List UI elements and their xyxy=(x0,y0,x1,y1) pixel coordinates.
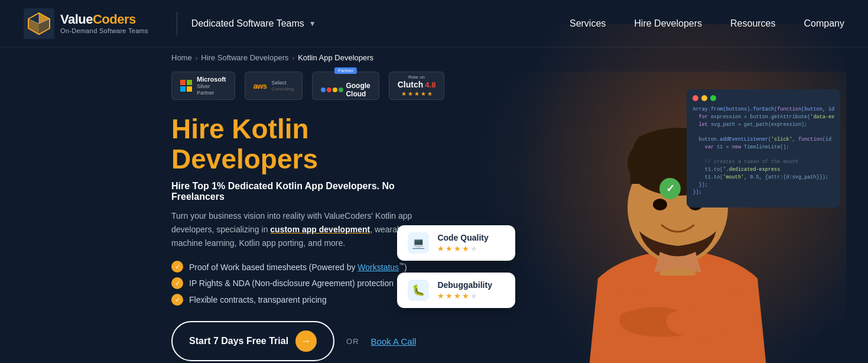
code-line-10: t1.to('mouth', 0.5, {attr:{d:svg_path}})… xyxy=(693,174,834,182)
ms-sq-yellow xyxy=(187,86,192,92)
cq-star-3: ★ xyxy=(454,244,461,253)
desc-highlight: custom app development xyxy=(270,225,370,234)
check-icon-1: ✓ xyxy=(171,261,183,273)
logo-subtitle: On-Demand Software Teams xyxy=(60,27,148,35)
code-editor: Array.from(buttons).forEach(function(but… xyxy=(687,89,840,208)
dot-red xyxy=(693,95,698,101)
db-star-1: ★ xyxy=(437,291,444,300)
logo-coders: Coders xyxy=(93,12,136,27)
nav-left: ValueCoders On-Demand Software Teams Ded… xyxy=(24,8,316,39)
code-quality-content: Code Quality ★ ★ ★ ★ ★ xyxy=(437,233,488,253)
microsoft-text: Microsoft Silver Partner xyxy=(197,76,226,96)
bullet-3-text: Flexible contracts, transparent pricing xyxy=(189,295,327,304)
breadcrumb-parent[interactable]: Hire Software Developers xyxy=(201,53,288,62)
ms-sq-red xyxy=(180,80,186,85)
ms-sq-green xyxy=(187,80,192,85)
code-line-9: t1.to('.dedicated-express xyxy=(693,166,834,174)
g-dot-red xyxy=(327,87,331,92)
breadcrumb-sep-2: › xyxy=(292,54,294,61)
chevron-down-icon: ▼ xyxy=(309,20,316,28)
breadcrumb-current: Kotlin App Developers xyxy=(298,53,373,62)
trial-arrow-icon: → xyxy=(295,330,317,352)
gcloud-text: Google Cloud xyxy=(346,82,370,98)
microsoft-logo xyxy=(180,80,192,92)
sub-heading: Hire Top 1% Dedicated Kotlin App Develop… xyxy=(171,181,444,202)
db-star-2: ★ xyxy=(446,291,453,300)
clutch-rate: Rate on xyxy=(408,74,425,80)
code-line-4 xyxy=(693,128,834,136)
clutch-stars: ★ ★ ★ ★ ★ xyxy=(401,90,433,97)
right-side: Array.from(buttons).forEach(function(but… xyxy=(444,72,846,363)
trial-button[interactable]: Start 7 Days Free Trial → xyxy=(171,321,334,361)
db-star-5: ★ xyxy=(470,291,477,300)
logo-text: ValueCoders On-Demand Software Teams xyxy=(60,12,148,35)
code-line-6: var t1 = new TimelineLite(); xyxy=(693,144,834,151)
debuggability-title: Debuggability xyxy=(437,280,492,290)
left-content: Microsoft Silver Partner aws Select Cons… xyxy=(171,72,444,363)
code-line-1: Array.from(buttons).forEach(function(but… xyxy=(693,106,834,114)
logo-icon xyxy=(24,8,54,39)
gcloud-badge: Partner Google Cloud xyxy=(312,72,379,100)
breadcrumb-home[interactable]: Home xyxy=(171,53,192,62)
cq-star-5: ★ xyxy=(470,244,477,253)
aws-text: Select Consulting xyxy=(272,80,294,92)
clutch-star-2: ★ xyxy=(408,90,413,97)
bullet-1: ✓ Proof of Work based timesheets (Powere… xyxy=(171,261,444,273)
code-quality-title: Code Quality xyxy=(437,233,488,242)
cq-star-1: ★ xyxy=(437,244,444,253)
g-dot-yellow xyxy=(333,87,337,92)
clutch-score: 4.8 xyxy=(425,80,435,89)
db-star-4: ★ xyxy=(462,291,469,300)
code-line-11: }); xyxy=(693,182,834,189)
main-heading: Hire Kotlin Developers xyxy=(171,114,444,174)
workstatus-link[interactable]: Workstatus xyxy=(357,262,399,272)
cta-row: Start 7 Days Free Trial → OR Book A Call xyxy=(171,321,444,361)
clutch-title: Clutch xyxy=(398,80,424,89)
g-dots xyxy=(321,87,343,92)
partner-tag: Partner xyxy=(334,67,357,74)
gcloud-logo: Google Cloud xyxy=(321,82,370,98)
tm-symbol: ™ xyxy=(399,262,404,268)
ms-sq-blue xyxy=(180,86,186,92)
nav-dropdown-label: Dedicated Software Teams xyxy=(191,18,304,29)
clutch-star-1: ★ xyxy=(401,90,407,97)
bullet-2-text: IP Rights & NDA (Non-disclosure Agreemen… xyxy=(189,278,394,288)
aws-subtitle: Select xyxy=(272,80,294,86)
code-line-5: button.addEventListener('click', functio… xyxy=(693,136,834,144)
nav-dropdown-teams[interactable]: Dedicated Software Teams ▼ xyxy=(191,18,316,29)
cq-star-4: ★ xyxy=(462,244,469,253)
bullet-1-text: Proof of Work based timesheets (Powered … xyxy=(189,262,407,272)
code-line-7 xyxy=(693,151,834,159)
trial-button-label: Start 7 Days Free Trial xyxy=(189,336,288,346)
book-call-link[interactable]: Book A Call xyxy=(371,336,417,346)
check-icon-2: ✓ xyxy=(171,277,183,289)
g-dot-blue xyxy=(321,87,326,92)
aws-extra: Consulting xyxy=(272,86,294,92)
or-label: OR xyxy=(346,337,359,346)
cq-star-2: ★ xyxy=(446,244,453,253)
clutch-badge: Rate on Clutch 4.8 ★ ★ ★ ★ ★ xyxy=(389,72,445,100)
code-line-12: }); xyxy=(693,189,834,196)
clutch-star-5: ★ xyxy=(427,90,433,97)
code-line-2: for expression = button.getAttribute('da… xyxy=(693,114,834,121)
code-quality-card: 💻 Code Quality ★ ★ ★ ★ ★ xyxy=(397,225,515,261)
code-line-8: // creates a tween of the mouth xyxy=(693,158,834,166)
debuggability-content: Debuggability ★ ★ ★ ★ ★ xyxy=(437,280,492,300)
check-icon-3: ✓ xyxy=(171,294,183,306)
g-dot-green xyxy=(339,87,343,92)
svg-point-12 xyxy=(653,199,667,210)
badges-row: Microsoft Silver Partner aws Select Cons… xyxy=(171,72,444,100)
code-quality-icon: 💻 xyxy=(408,232,429,254)
logo-value: Value xyxy=(60,12,93,27)
dot-green xyxy=(710,95,716,101)
logo[interactable]: ValueCoders On-Demand Software Teams xyxy=(24,8,148,39)
code-dots xyxy=(693,95,834,101)
code-line-3: let svg_path = get_path(expression); xyxy=(693,121,834,129)
breadcrumb-sep-1: › xyxy=(196,54,198,61)
db-star-3: ★ xyxy=(454,291,461,300)
debuggability-icon: 🐛 xyxy=(408,280,429,301)
code-quality-stars: ★ ★ ★ ★ ★ xyxy=(437,244,488,253)
aws-badge: aws Select Consulting xyxy=(245,72,303,100)
dot-yellow xyxy=(701,95,707,101)
aws-logo: aws xyxy=(253,82,267,90)
